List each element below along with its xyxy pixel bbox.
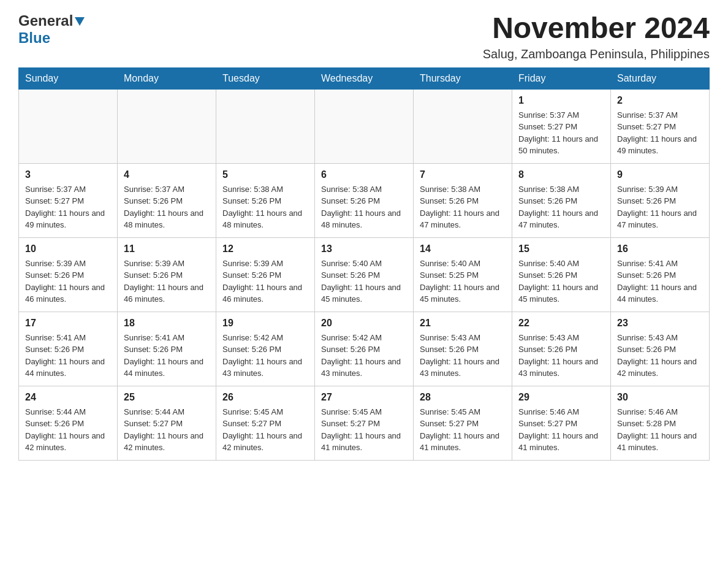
day-number: 23 bbox=[617, 316, 703, 331]
daylight-text: Daylight: 11 hours and 49 minutes. bbox=[25, 207, 111, 231]
daylight-text: Daylight: 11 hours and 42 minutes. bbox=[617, 356, 703, 380]
sunset-text: Sunset: 5:26 PM bbox=[124, 195, 210, 207]
sunrise-text: Sunrise: 5:44 AM bbox=[124, 406, 210, 418]
calendar-header: SundayMondayTuesdayWednesdayThursdayFrid… bbox=[19, 67, 710, 89]
header-saturday: Saturday bbox=[611, 67, 710, 89]
sunrise-text: Sunrise: 5:38 AM bbox=[420, 183, 506, 196]
day-number: 29 bbox=[518, 390, 604, 405]
day-number: 17 bbox=[25, 316, 111, 331]
sunset-text: Sunset: 5:27 PM bbox=[518, 121, 604, 133]
sunrise-text: Sunrise: 5:39 AM bbox=[25, 258, 111, 270]
calendar-cell bbox=[118, 89, 216, 163]
calendar-cell: 4Sunrise: 5:37 AMSunset: 5:26 PMDaylight… bbox=[118, 163, 216, 237]
calendar-cell bbox=[19, 89, 118, 163]
day-number: 5 bbox=[222, 167, 308, 182]
calendar-cell: 14Sunrise: 5:40 AMSunset: 5:25 PMDayligh… bbox=[414, 237, 512, 312]
daylight-text: Daylight: 11 hours and 45 minutes. bbox=[518, 282, 604, 305]
sunset-text: Sunset: 5:28 PM bbox=[617, 418, 703, 430]
sunrise-text: Sunrise: 5:42 AM bbox=[321, 332, 407, 344]
daylight-text: Daylight: 11 hours and 47 minutes. bbox=[518, 207, 604, 231]
day-number: 28 bbox=[420, 390, 506, 405]
title-area: November 2024 Salug, Zamboanga Peninsula… bbox=[483, 12, 710, 61]
sunrise-text: Sunrise: 5:43 AM bbox=[420, 332, 506, 344]
header-thursday: Thursday bbox=[414, 67, 512, 89]
sunset-text: Sunset: 5:26 PM bbox=[321, 269, 407, 282]
sunrise-text: Sunrise: 5:45 AM bbox=[222, 406, 308, 418]
calendar-cell: 6Sunrise: 5:38 AMSunset: 5:26 PMDaylight… bbox=[315, 163, 414, 237]
calendar-cell: 9Sunrise: 5:39 AMSunset: 5:26 PMDaylight… bbox=[611, 163, 710, 237]
day-number: 22 bbox=[518, 316, 604, 331]
day-number: 10 bbox=[25, 242, 111, 256]
logo-triangle-icon bbox=[75, 17, 85, 26]
daylight-text: Daylight: 11 hours and 46 minutes. bbox=[25, 282, 111, 305]
sunset-text: Sunset: 5:27 PM bbox=[617, 121, 703, 133]
sunrise-text: Sunrise: 5:41 AM bbox=[25, 332, 111, 344]
calendar-cell: 21Sunrise: 5:43 AMSunset: 5:26 PMDayligh… bbox=[414, 312, 512, 386]
day-number: 9 bbox=[617, 167, 703, 182]
daylight-text: Daylight: 11 hours and 46 minutes. bbox=[222, 282, 308, 305]
sunrise-text: Sunrise: 5:39 AM bbox=[124, 258, 210, 270]
day-number: 30 bbox=[617, 390, 703, 405]
sunrise-text: Sunrise: 5:40 AM bbox=[420, 258, 506, 270]
sunset-text: Sunset: 5:25 PM bbox=[420, 269, 506, 282]
calendar-cell: 23Sunrise: 5:43 AMSunset: 5:26 PMDayligh… bbox=[611, 312, 710, 386]
calendar-cell: 11Sunrise: 5:39 AMSunset: 5:26 PMDayligh… bbox=[118, 237, 216, 312]
day-number: 15 bbox=[518, 242, 604, 256]
sunrise-text: Sunrise: 5:38 AM bbox=[518, 183, 604, 196]
daylight-text: Daylight: 11 hours and 50 minutes. bbox=[518, 133, 604, 157]
calendar-cell bbox=[414, 89, 512, 163]
sunrise-text: Sunrise: 5:46 AM bbox=[617, 406, 703, 418]
sunrise-text: Sunrise: 5:37 AM bbox=[25, 183, 111, 196]
day-number: 21 bbox=[420, 316, 506, 331]
sunset-text: Sunset: 5:27 PM bbox=[321, 418, 407, 430]
sunrise-text: Sunrise: 5:40 AM bbox=[518, 258, 604, 270]
sunset-text: Sunset: 5:26 PM bbox=[518, 269, 604, 282]
month-title: November 2024 bbox=[483, 12, 710, 45]
calendar-cell: 7Sunrise: 5:38 AMSunset: 5:26 PMDaylight… bbox=[414, 163, 512, 237]
day-number: 25 bbox=[124, 390, 210, 405]
day-number: 8 bbox=[518, 167, 604, 182]
day-number: 7 bbox=[420, 167, 506, 182]
calendar-cell: 15Sunrise: 5:40 AMSunset: 5:26 PMDayligh… bbox=[512, 237, 611, 312]
sunrise-text: Sunrise: 5:37 AM bbox=[124, 183, 210, 196]
week-row-4: 17Sunrise: 5:41 AMSunset: 5:26 PMDayligh… bbox=[19, 312, 710, 386]
daylight-text: Daylight: 11 hours and 43 minutes. bbox=[420, 356, 506, 380]
daylight-text: Daylight: 11 hours and 44 minutes. bbox=[617, 282, 703, 305]
daylight-text: Daylight: 11 hours and 48 minutes. bbox=[321, 207, 407, 231]
daylight-text: Daylight: 11 hours and 42 minutes. bbox=[124, 430, 210, 454]
day-number: 18 bbox=[124, 316, 210, 331]
header-monday: Monday bbox=[118, 67, 216, 89]
sunset-text: Sunset: 5:26 PM bbox=[321, 195, 407, 207]
calendar-cell bbox=[216, 89, 315, 163]
daylight-text: Daylight: 11 hours and 46 minutes. bbox=[124, 282, 210, 305]
day-number: 27 bbox=[321, 390, 407, 405]
day-number: 6 bbox=[321, 167, 407, 182]
sunset-text: Sunset: 5:26 PM bbox=[25, 343, 111, 356]
calendar-table: SundayMondayTuesdayWednesdayThursdayFrid… bbox=[18, 67, 710, 461]
sunrise-text: Sunrise: 5:41 AM bbox=[617, 258, 703, 270]
sunset-text: Sunset: 5:27 PM bbox=[124, 418, 210, 430]
calendar-cell: 13Sunrise: 5:40 AMSunset: 5:26 PMDayligh… bbox=[315, 237, 414, 312]
day-number: 4 bbox=[124, 167, 210, 182]
sunrise-text: Sunrise: 5:38 AM bbox=[321, 183, 407, 196]
sunset-text: Sunset: 5:26 PM bbox=[321, 343, 407, 356]
sunrise-text: Sunrise: 5:40 AM bbox=[321, 258, 407, 270]
calendar-cell: 28Sunrise: 5:45 AMSunset: 5:27 PMDayligh… bbox=[414, 386, 512, 460]
logo-blue-text: Blue bbox=[18, 29, 50, 46]
daylight-text: Daylight: 11 hours and 41 minutes. bbox=[617, 430, 703, 454]
sunrise-text: Sunrise: 5:38 AM bbox=[222, 183, 308, 196]
sunset-text: Sunset: 5:26 PM bbox=[420, 195, 506, 207]
sunset-text: Sunset: 5:26 PM bbox=[222, 343, 308, 356]
week-row-3: 10Sunrise: 5:39 AMSunset: 5:26 PMDayligh… bbox=[19, 237, 710, 312]
sunset-text: Sunset: 5:26 PM bbox=[222, 269, 308, 282]
daylight-text: Daylight: 11 hours and 48 minutes. bbox=[222, 207, 308, 231]
day-number: 20 bbox=[321, 316, 407, 331]
daylight-text: Daylight: 11 hours and 45 minutes. bbox=[420, 282, 506, 305]
sunrise-text: Sunrise: 5:39 AM bbox=[617, 183, 703, 196]
sunrise-text: Sunrise: 5:37 AM bbox=[617, 109, 703, 121]
sunrise-text: Sunrise: 5:42 AM bbox=[222, 332, 308, 344]
day-number: 26 bbox=[222, 390, 308, 405]
sunrise-text: Sunrise: 5:43 AM bbox=[617, 332, 703, 344]
header-row: SundayMondayTuesdayWednesdayThursdayFrid… bbox=[19, 67, 710, 89]
calendar-cell: 10Sunrise: 5:39 AMSunset: 5:26 PMDayligh… bbox=[19, 237, 118, 312]
